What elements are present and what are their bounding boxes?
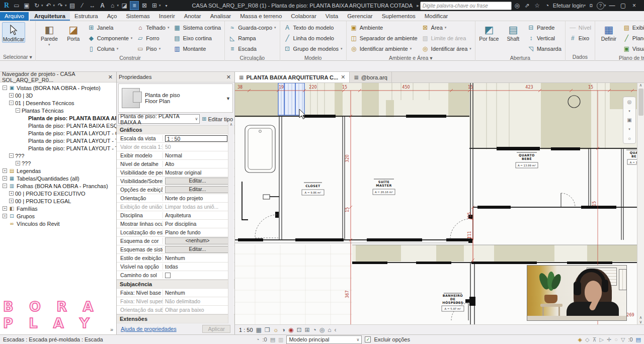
- vertical-scrollbar[interactable]: ∧ ∧ ∨: [637, 83, 644, 324]
- button-identificar-ambiente[interactable]: ◎Identificar ambiente▾: [349, 43, 419, 54]
- tree-item-01-desenhos-t-cnicos[interactable]: −01 | Desenhos Técnicos: [2, 99, 116, 107]
- filter-icon[interactable]: ▽: [621, 336, 625, 343]
- modify-button[interactable]: Modificar: [2, 22, 25, 43]
- tree-item-vistas-bora-na-obra-projeto[interactable]: −▣Vistas (BORA NA OBRA - Projeto): [2, 84, 116, 92]
- group-label-plano-de-trabalho[interactable]: Plano de trabalho: [595, 55, 644, 61]
- button-identificar-rea[interactable]: ◎Identificar área▾: [420, 43, 473, 54]
- ribbon-tab-inserir[interactable]: Inserir: [154, 12, 180, 21]
- close-button[interactable]: ×: [629, 1, 639, 10]
- type-selector[interactable]: Planta de piso Floor Plan ▼: [118, 83, 233, 113]
- button-shaft[interactable]: ▤Shaft: [502, 22, 525, 42]
- ribbon-tab-sistemas[interactable]: Sistemas: [121, 12, 154, 21]
- property-value[interactable]: <nenhum>: [163, 237, 234, 244]
- tree-item-item[interactable]: +???: [2, 159, 116, 167]
- restore-button[interactable]: ▢: [618, 1, 628, 10]
- button-montante[interactable]: ▥Montante: [172, 43, 222, 54]
- property-value[interactable]: todas: [163, 264, 234, 270]
- sun-path-icon[interactable]: ☼: [273, 326, 279, 333]
- view-tab-planta-baixa[interactable]: ▦ PLANTA BAIXA ARQUITETURA C... ✕: [235, 72, 350, 82]
- scrollbar-thumb[interactable]: [638, 89, 643, 116]
- communication-center-icon[interactable]: ⇗: [523, 1, 532, 10]
- close-icon[interactable]: ✕: [107, 74, 114, 80]
- button-visualizador[interactable]: ▣Visualizador: [621, 43, 644, 54]
- ribbon-tab-analisar[interactable]: Analisar: [206, 12, 236, 21]
- scroll-up2-icon[interactable]: ∧: [639, 315, 642, 320]
- tree-item-planta-de-piso-planta-baixa-esqu[interactable]: Planta de piso: PLANTA BAIXA ESQU: [2, 122, 116, 129]
- property-value[interactable]: Editar...: [163, 178, 234, 185]
- group-label-abertura[interactable]: Abertura: [475, 55, 565, 61]
- thin-lines-icon[interactable]: ≡: [130, 1, 139, 10]
- close-icon[interactable]: ✕: [341, 74, 345, 80]
- property-value[interactable]: Editar...: [163, 186, 234, 193]
- tree-item-item[interactable]: −???: [2, 152, 116, 159]
- analytical-model-icon[interactable]: ⌂: [328, 326, 331, 333]
- group-label-modelo[interactable]: Modelo: [280, 55, 346, 61]
- property-value[interactable]: Norte do projeto: [163, 195, 234, 201]
- tree-item-grupos[interactable]: +⊡Grupos: [2, 212, 116, 220]
- ribbon-tab-colaborar[interactable]: Colaborar: [286, 12, 321, 21]
- ribbon-tab-arquitetura[interactable]: Arquitetura: [30, 12, 70, 21]
- edit-type-button[interactable]: ⊞ Editar tipo: [202, 116, 233, 122]
- reveal-hidden-icon[interactable]: ◎: [319, 326, 325, 333]
- select-underlay-icon[interactable]: ◇: [585, 336, 589, 343]
- default-3d-view-icon[interactable]: ⌂: [108, 1, 117, 10]
- customize-qat-icon[interactable]: ▾: [162, 1, 171, 10]
- apply-button[interactable]: Aplicar: [202, 325, 230, 333]
- property-value[interactable]: Mostrar original: [163, 169, 234, 176]
- tree-item-00-projeto-legal[interactable]: +00 | PROJETO LEGAL: [2, 197, 116, 205]
- search-collapse-icon[interactable]: ▸: [417, 3, 419, 8]
- property-value[interactable]: Editar...: [163, 246, 234, 253]
- expand-icon[interactable]: +: [9, 191, 14, 196]
- button-separador-de-ambiente[interactable]: ◫Separador de ambiente: [349, 33, 419, 43]
- button-por-face[interactable]: ◩Por face: [477, 22, 501, 42]
- group-label-circula-o[interactable]: Circulação: [225, 55, 279, 61]
- chevron-down-icon[interactable]: ▼: [226, 96, 230, 101]
- redo-icon[interactable]: ↷: [56, 1, 65, 10]
- temporary-hide-icon[interactable]: ◔: [313, 326, 316, 333]
- property-button[interactable]: Editar...: [165, 178, 230, 185]
- ribbon-tab-estrutura[interactable]: Estrutura: [70, 12, 103, 21]
- favorites-icon[interactable]: ☆: [533, 1, 542, 10]
- button-rampa[interactable]: ◺Rampa: [227, 33, 277, 43]
- properties-section-extens-es[interactable]: Extensões⌃: [117, 314, 234, 323]
- button-linha-do-modelo[interactable]: ╱Linha do modelo: [282, 33, 344, 43]
- scroll-up-icon[interactable]: ∧: [639, 83, 642, 88]
- property-checkbox[interactable]: [165, 273, 171, 278]
- tree-item-00-3d[interactable]: +00 | 3D: [2, 92, 116, 99]
- app-store-icon[interactable]: ¤: [587, 1, 596, 10]
- property-button[interactable]: Editar...: [165, 246, 230, 253]
- tree-item-planta-de-piso-planta-layout-c[interactable]: Planta de piso: PLANTA LAYOUT - C: [2, 129, 116, 137]
- property-value[interactable]: Por disciplina: [163, 221, 234, 227]
- switch-windows-icon[interactable]: ⊞: [150, 1, 159, 10]
- properties-help-link[interactable]: Ajuda de propriedades: [121, 326, 177, 332]
- show-rendering-icon[interactable]: ◉: [288, 326, 293, 333]
- button-eixo[interactable]: #Eixo: [568, 33, 593, 43]
- button-janela[interactable]: ⊞Janela: [86, 22, 134, 33]
- properties-header[interactable]: Propriedades ✕: [117, 72, 234, 82]
- button-texto-do-modelo[interactable]: ATexto do modelo: [282, 22, 344, 33]
- tree-item-fam-lias[interactable]: +◧Famílias: [2, 205, 116, 212]
- open-icon[interactable]: ▭: [12, 1, 21, 10]
- expand-icon[interactable]: +: [3, 176, 7, 181]
- select-links-icon[interactable]: ◈: [578, 336, 582, 343]
- design-option-combo[interactable]: Modelo principal ∨: [286, 335, 362, 344]
- tree-item-00-projeto-executivo[interactable]: +00 | PROJETO EXECUTIVO: [2, 190, 116, 197]
- button-parede[interactable]: ⊟Parede: [526, 22, 563, 33]
- collapse-icon[interactable]: −: [9, 153, 14, 158]
- expand-icon[interactable]: +: [3, 214, 7, 218]
- login-button[interactable]: Efetuar login: [553, 3, 584, 9]
- browser-expand-icon[interactable]: »: [110, 326, 113, 332]
- property-value[interactable]: Plano de fundo: [163, 229, 234, 235]
- worksets-icon[interactable]: ◔: [256, 336, 260, 342]
- button-definir[interactable]: ▦Definir: [597, 22, 620, 42]
- button-componente[interactable]: ◆Componente▾: [86, 33, 134, 43]
- button-coluna[interactable]: ▯Coluna▾: [86, 43, 134, 54]
- button-eixo-cortina[interactable]: ▤Eixo cortina: [172, 33, 222, 43]
- close-icon[interactable]: ✕: [225, 74, 232, 80]
- help-icon[interactable]: ?: [597, 2, 604, 10]
- pan-icon[interactable]: ○: [628, 136, 631, 141]
- section-icon[interactable]: ◪: [120, 1, 129, 10]
- button-rea[interactable]: ⊠Área▾: [420, 22, 473, 33]
- ribbon-tab-massa-e-terreno[interactable]: Massa e terreno: [235, 12, 286, 21]
- hscroll-left-icon[interactable]: ‹: [334, 326, 336, 333]
